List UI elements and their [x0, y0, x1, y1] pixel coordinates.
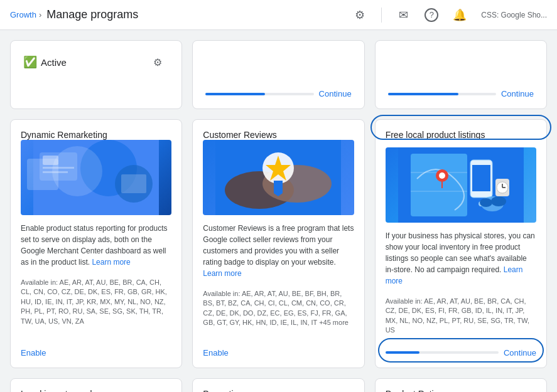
svg-rect-21 — [472, 165, 490, 191]
reviews-img — [203, 140, 354, 215]
reviews-learn-more[interactable]: Learn more — [203, 269, 241, 278]
page-title: Manage programs — [46, 8, 138, 21]
card-free-local: Free local product listings — [375, 119, 547, 368]
remarketing-img — [21, 140, 171, 215]
reviews-enable-button[interactable]: Enable — [203, 348, 354, 358]
active-status: ✅ Active — [23, 55, 67, 69]
card-dynamic-remarketing: Dynamic Remarketing Enable product statu… — [10, 119, 182, 368]
card-promotions: Promotions — [192, 378, 364, 392]
svg-rect-3 — [43, 156, 58, 165]
active-checkmark: ✅ — [23, 55, 37, 69]
local-card-bottom: Continue — [386, 343, 536, 358]
local-ads-title: Local inventory ads — [21, 389, 171, 392]
notification-icon: 🔔 — [453, 8, 467, 22]
top-cards: ✅ Active ⚙ Continue Continue — [10, 40, 547, 109]
local-progress-fill — [386, 351, 419, 354]
progress-bar-1 — [205, 93, 313, 95]
local-description: If your business has physical stores, yo… — [386, 230, 536, 287]
product-ratings-title: Product Ratings — [386, 389, 536, 392]
bottom-cards: Local inventory ads Promotions Product R… — [10, 378, 547, 392]
top-card-progress-1: Continue — [192, 40, 364, 109]
mail-button[interactable]: ✉ — [392, 4, 414, 26]
breadcrumb-growth-link[interactable]: Growth — [10, 10, 36, 19]
reviews-description: Customer Reviews is a free program that … — [203, 223, 354, 279]
card-local-inventory-ads: Local inventory ads — [10, 378, 182, 392]
gear-button[interactable]: ⚙ — [349, 4, 371, 26]
progress-fill-2 — [388, 93, 458, 95]
mail-icon: ✉ — [399, 8, 408, 22]
svg-point-24 — [491, 196, 506, 206]
top-card-active: ✅ Active ⚙ — [10, 40, 182, 109]
active-label: Active — [41, 57, 67, 68]
svg-rect-4 — [43, 167, 74, 169]
svg-point-25 — [480, 198, 492, 207]
card-customer-reviews: Customer Reviews Customer Reviews is a f… — [192, 119, 364, 368]
gear-icon: ⚙ — [355, 8, 365, 22]
css-label: CSS: Google Sho... — [481, 11, 547, 19]
progress-bar-container-2: Continue — [388, 89, 534, 98]
cards-section: Dynamic Remarketing Enable product statu… — [10, 119, 547, 368]
active-gear-button[interactable]: ⚙ — [146, 51, 169, 73]
progress-fill-1 — [205, 93, 265, 95]
local-progress-container: Continue — [386, 348, 536, 358]
continue-button-1[interactable]: Continue — [319, 89, 352, 98]
help-icon: ? — [430, 10, 434, 19]
top-bar-right: ⚙ ✉ ? 🔔 CSS: Google Sho... — [349, 4, 547, 26]
local-title: Free local product listings — [386, 130, 536, 140]
top-card-progress-2: Continue — [375, 40, 547, 109]
active-header: ✅ Active ⚙ — [23, 51, 169, 73]
svg-rect-5 — [43, 171, 68, 173]
progress-bar-2 — [388, 93, 496, 95]
svg-rect-7 — [121, 174, 146, 193]
local-img — [386, 147, 536, 223]
svg-rect-13 — [274, 181, 283, 193]
remarketing-title: Dynamic Remarketing — [21, 130, 171, 140]
continue-button-2[interactable]: Continue — [501, 89, 534, 98]
local-progress-bar — [386, 351, 499, 354]
card-product-ratings: Product Ratings — [375, 378, 547, 392]
promotions-title: Promotions — [203, 389, 354, 392]
content: ✅ Active ⚙ Continue Continue — [0, 30, 557, 392]
notification-button[interactable]: 🔔 — [448, 4, 471, 26]
breadcrumb-separator: › — [39, 10, 41, 19]
remarketing-learn-more[interactable]: Learn more — [92, 258, 130, 267]
help-button[interactable]: ? — [425, 8, 438, 22]
remarketing-enable-button[interactable]: Enable — [21, 348, 171, 358]
top-bar: Growth › Manage programs ⚙ ✉ ? 🔔 CSS: Go… — [0, 0, 557, 30]
remarketing-description: Enable product status reporting for prod… — [21, 223, 171, 268]
breadcrumb: Growth › — [10, 10, 41, 19]
remarketing-available: Available in: AE, AR, AT, AU, BE, BR, CA… — [21, 278, 171, 341]
reviews-available: Available in: AE, AR, AT, AU, BE, BF, BH… — [203, 289, 354, 341]
reviews-title: Customer Reviews — [203, 130, 354, 140]
top-bar-left: Growth › Manage programs — [10, 8, 138, 21]
local-continue-button[interactable]: Continue — [504, 348, 536, 358]
progress-bar-container-1: Continue — [205, 89, 351, 98]
svg-point-18 — [439, 172, 445, 179]
local-available: Available in: AE, AR, AT, AU, BE, BR, CA… — [386, 297, 536, 336]
divider-1 — [381, 8, 382, 23]
